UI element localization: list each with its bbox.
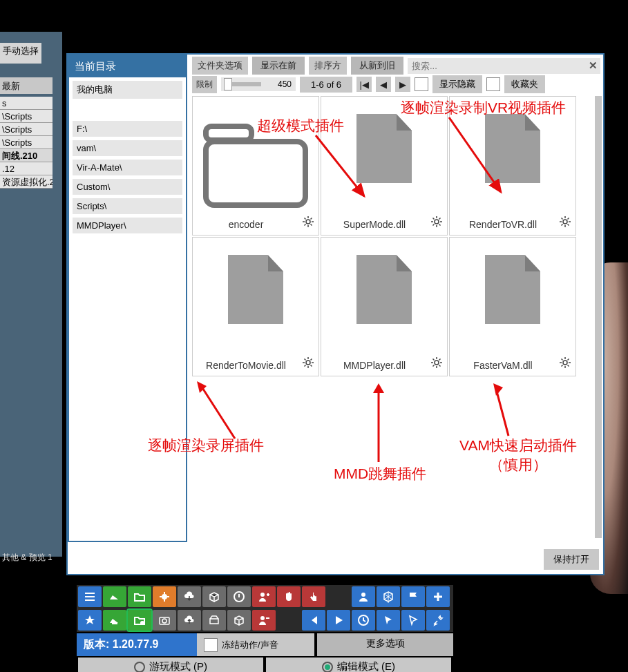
file-name-label: encoder (193, 219, 299, 230)
star-icon[interactable] (78, 610, 102, 631)
flag-icon[interactable] (401, 586, 425, 607)
svg-point-17 (140, 621, 144, 625)
left-item[interactable]: \Scripts (0, 110, 53, 123)
cursor-alt-icon[interactable] (401, 610, 425, 631)
show-hidden-label: 显示隐藏 (432, 75, 482, 93)
light-icon[interactable] (103, 610, 126, 631)
gear-icon[interactable] (430, 356, 443, 372)
file-item[interactable]: SuperMode.dll (321, 96, 448, 236)
edit-mode-radio[interactable] (322, 662, 333, 673)
alert-icon[interactable] (227, 586, 251, 607)
prev-page-button[interactable]: ◀ (376, 77, 391, 92)
more-options-button[interactable]: 更多选项 (317, 633, 453, 656)
touch-icon[interactable] (302, 586, 325, 607)
sidebar-root[interactable]: 我的电脑 (73, 81, 182, 99)
play-icon[interactable] (327, 610, 350, 631)
gear-icon[interactable] (302, 215, 314, 231)
unity-icon[interactable] (377, 586, 400, 607)
svg-rect-1 (206, 142, 305, 205)
document-icon (356, 255, 412, 324)
svg-point-2 (306, 220, 310, 224)
skip-back-icon[interactable] (302, 610, 325, 631)
version-bar: 版本: 1.20.77.9 冻结动作/声音 更多选项 (77, 633, 453, 656)
remove-person-icon[interactable] (252, 610, 276, 631)
next-page-button[interactable]: ▶ (395, 77, 410, 92)
menu-icon[interactable] (78, 586, 102, 607)
left-item[interactable]: 资源虚拟化.20 (0, 175, 53, 189)
limit-slider[interactable]: 450 (221, 77, 296, 91)
version-label: 版本: 1.20.77.9 (77, 633, 197, 656)
left-title-grey: 手动选择 (0, 43, 41, 64)
package-icon[interactable] (202, 586, 226, 607)
svg-point-13 (162, 594, 167, 599)
scrollbar[interactable] (595, 96, 602, 538)
tools-icon[interactable] (426, 610, 450, 631)
left-item[interactable]: \Scripts (0, 136, 53, 149)
file-name-label: RenderToVR.dll (450, 219, 556, 230)
folder-icon (200, 114, 311, 211)
open-folder-icon[interactable] (128, 586, 151, 607)
play-mode-radio[interactable] (134, 662, 145, 673)
svg-point-6 (435, 361, 439, 365)
first-page-button[interactable]: |◀ (356, 77, 372, 92)
box-open-icon[interactable] (202, 610, 226, 631)
play-mode-button[interactable]: 游玩模式 (P) (78, 657, 263, 672)
plus-icon[interactable] (426, 586, 450, 607)
gear-icon[interactable] (559, 356, 571, 372)
left-item[interactable]: \Scripts (0, 123, 53, 136)
mode-bar: 游玩模式 (P) 编辑模式 (E) (78, 657, 451, 672)
cloud-download-icon[interactable] (178, 586, 201, 607)
new-scene-icon[interactable] (103, 586, 126, 607)
favorites-checkbox[interactable] (486, 77, 500, 91)
sidebar-path-item[interactable]: Vir-A-Mate\ (73, 160, 182, 175)
cursor-icon[interactable] (377, 610, 400, 631)
person-icon[interactable] (352, 586, 375, 607)
bottom-toolbar: 版本: 1.20.77.9 冻结动作/声音 更多选项 (77, 585, 453, 656)
limit-label: 限制 (192, 76, 217, 93)
cloud-upload-icon[interactable] (178, 610, 201, 631)
file-item[interactable]: RenderToVR.dll (449, 96, 576, 236)
sidebar-path-item[interactable]: Custom\ (73, 179, 182, 195)
favorites-label: 收藏夹 (504, 75, 545, 93)
freeze-toggle[interactable]: 冻结动作/声音 (197, 633, 314, 656)
sidebar-path-item[interactable]: F:\ (73, 121, 182, 137)
sidebar-path-item[interactable]: MMDPlayer\ (73, 218, 182, 233)
camera-icon[interactable] (153, 610, 176, 631)
sort-newest-button[interactable]: 从新到旧 (351, 57, 403, 75)
add-person-icon[interactable] (252, 586, 276, 607)
file-name-label: SuperMode.dll (321, 219, 428, 230)
file-name-label: FasterVaM.dll (450, 360, 556, 371)
document-icon (485, 114, 540, 183)
pager-status: 1-6 of 6 (300, 77, 352, 93)
svg-rect-0 (206, 126, 251, 140)
gear-icon[interactable] (302, 356, 314, 372)
edit-mode-button[interactable]: 编辑模式 (E) (266, 657, 451, 672)
svg-point-7 (563, 361, 567, 365)
left-item[interactable]: s (0, 97, 53, 110)
show-hidden-checkbox[interactable] (415, 77, 428, 91)
show-in-front-button[interactable]: 显示在前 (252, 57, 305, 75)
gear-icon[interactable] (430, 215, 443, 231)
keep-open-button[interactable]: 保持打开 (544, 549, 599, 570)
svg-point-3 (435, 220, 439, 224)
cube-icon[interactable] (227, 610, 251, 631)
sidebar-path-item[interactable]: vam\ (73, 140, 182, 156)
left-item[interactable]: 间线.210 (0, 149, 53, 162)
left-bottom-tabs: 其他 & 预览 1 (0, 550, 62, 568)
sort-by-label: 排序方 (309, 57, 347, 75)
sidebar: 当前目录 我的电脑 F:\vam\Vir-A-Mate\Custom\Scrip… (68, 55, 187, 542)
online-icon[interactable] (153, 586, 176, 607)
clock-icon[interactable] (352, 610, 375, 631)
search-input[interactable] (408, 58, 600, 74)
left-item[interactable]: .12 (0, 162, 53, 175)
open-folder-recent-icon[interactable] (128, 610, 151, 631)
hand-icon[interactable] (277, 586, 301, 607)
freeze-checkbox[interactable] (204, 638, 218, 652)
file-item[interactable]: FasterVaM.dll (449, 237, 576, 376)
file-item[interactable]: MMDPlayer.dll (321, 237, 448, 376)
gear-icon[interactable] (559, 215, 571, 231)
folder-item[interactable]: encoder (192, 96, 319, 236)
file-item[interactable]: RenderToMovie.dll (192, 237, 319, 376)
sidebar-path-item[interactable]: Scripts\ (73, 198, 182, 214)
search-clear-icon[interactable]: ✕ (589, 59, 598, 72)
